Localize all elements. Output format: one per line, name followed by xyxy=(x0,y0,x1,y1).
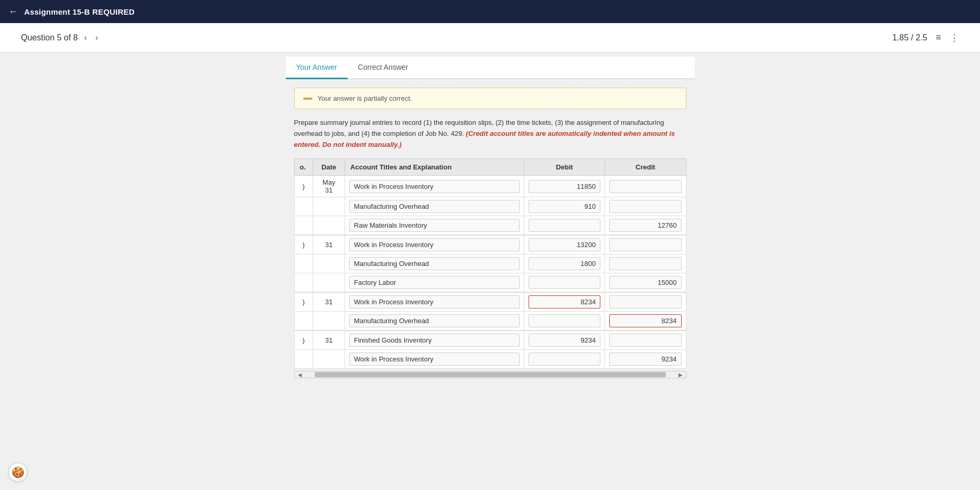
scroll-left[interactable]: ◀ xyxy=(296,372,304,378)
credit-cell xyxy=(605,350,686,369)
account-input[interactable] xyxy=(349,200,520,213)
col-debit: Debit xyxy=(524,159,605,176)
entry-date xyxy=(313,254,345,273)
credit-input[interactable] xyxy=(609,180,681,193)
entry-date: 31 xyxy=(313,331,345,350)
account-cell xyxy=(345,331,524,350)
entry-date xyxy=(313,273,345,292)
credit-input[interactable] xyxy=(609,200,681,213)
debit-input[interactable] xyxy=(529,238,600,251)
table-row xyxy=(294,197,686,216)
credit-cell xyxy=(605,273,686,292)
debit-input[interactable] xyxy=(529,276,600,289)
account-input[interactable] xyxy=(349,180,520,193)
credit-cell xyxy=(605,236,686,254)
table-row: )May 31 xyxy=(294,176,686,197)
entry-date xyxy=(313,216,345,235)
debit-input[interactable] xyxy=(529,200,600,213)
debit-input[interactable] xyxy=(529,353,600,366)
account-input[interactable] xyxy=(349,257,520,270)
table-row: )31 xyxy=(294,331,686,350)
scroll-right[interactable]: ▶ xyxy=(676,372,685,378)
entry-no xyxy=(294,273,313,292)
table-row xyxy=(294,312,686,331)
entry-no xyxy=(294,216,313,235)
entry-no: ) xyxy=(294,176,313,197)
account-cell xyxy=(345,254,524,273)
credit-cell xyxy=(605,254,686,273)
partial-text: Your answer is partially correct. xyxy=(318,94,412,102)
table-row xyxy=(294,273,686,292)
list-icon[interactable]: ≡ xyxy=(935,32,941,43)
debit-input[interactable] xyxy=(529,295,600,308)
col-no: o. xyxy=(294,159,313,176)
debit-cell xyxy=(524,216,605,235)
credit-input[interactable] xyxy=(609,334,681,347)
table-row xyxy=(294,216,686,235)
main-content: Your Answer Correct Answer Your answer i… xyxy=(286,57,695,399)
more-icon[interactable]: ⋮ xyxy=(950,32,959,44)
credit-input[interactable] xyxy=(609,238,681,251)
credit-cell xyxy=(605,331,686,350)
next-question-button[interactable]: › xyxy=(93,31,100,45)
account-cell xyxy=(345,197,524,216)
credit-input[interactable] xyxy=(609,295,681,308)
entry-date: May 31 xyxy=(313,176,345,197)
debit-cell xyxy=(524,236,605,254)
account-input[interactable] xyxy=(349,334,520,347)
account-cell xyxy=(345,176,524,197)
table-row: )31 xyxy=(294,293,686,312)
entry-no xyxy=(294,312,313,331)
debit-cell xyxy=(524,176,605,197)
debit-input[interactable] xyxy=(529,334,600,347)
table-row xyxy=(294,350,686,369)
account-input[interactable] xyxy=(349,353,520,366)
question-header: Question 5 of 8 ‹ › 1.85 / 2.5 ≡ ⋮ xyxy=(0,23,980,52)
entry-no: ) xyxy=(294,236,313,254)
entry-date: 31 xyxy=(313,236,345,254)
assignment-title: Assignment 15-B REQUIRED xyxy=(24,7,135,16)
debit-input[interactable] xyxy=(529,180,600,193)
credit-cell xyxy=(605,293,686,312)
account-input[interactable] xyxy=(349,276,520,289)
credit-input[interactable] xyxy=(609,276,681,289)
entry-no xyxy=(294,197,313,216)
debit-input[interactable] xyxy=(529,257,600,270)
col-date: Date xyxy=(313,159,345,176)
account-input[interactable] xyxy=(349,238,520,251)
table-row xyxy=(294,254,686,273)
partial-correct-banner: Your answer is partially correct. xyxy=(294,88,686,109)
credit-input[interactable] xyxy=(609,219,681,232)
credit-cell xyxy=(605,312,686,331)
credit-input[interactable] xyxy=(609,314,681,327)
account-input[interactable] xyxy=(349,295,520,308)
account-cell xyxy=(345,293,524,312)
question-label: Question 5 of 8 xyxy=(21,33,78,42)
score-area: 1.85 / 2.5 ≡ ⋮ xyxy=(892,32,959,44)
credit-input[interactable] xyxy=(609,257,681,270)
horizontal-scrollbar[interactable]: ◀ ▶ xyxy=(294,371,686,378)
back-button[interactable]: ← xyxy=(8,6,18,17)
instructions: Prepare summary journal entries to recor… xyxy=(294,118,686,150)
credit-input[interactable] xyxy=(609,353,681,366)
debit-cell xyxy=(524,197,605,216)
tab-correct-answer[interactable]: Correct Answer xyxy=(348,57,419,79)
scroll-thumb[interactable] xyxy=(315,372,666,377)
top-bar: ← Assignment 15-B REQUIRED xyxy=(0,0,980,23)
account-input[interactable] xyxy=(349,219,520,232)
entry-date: 31 xyxy=(313,293,345,312)
prev-question-button[interactable]: ‹ xyxy=(82,31,89,45)
debit-cell xyxy=(524,331,605,350)
account-input[interactable] xyxy=(349,314,520,327)
account-cell xyxy=(345,350,524,369)
entry-no: ) xyxy=(294,331,313,350)
credit-cell xyxy=(605,176,686,197)
debit-cell xyxy=(524,254,605,273)
tab-your-answer[interactable]: Your Answer xyxy=(286,57,348,79)
entry-date xyxy=(313,350,345,369)
debit-cell xyxy=(524,312,605,331)
debit-input[interactable] xyxy=(529,314,600,327)
credit-cell xyxy=(605,197,686,216)
debit-cell xyxy=(524,273,605,292)
debit-input[interactable] xyxy=(529,219,600,232)
